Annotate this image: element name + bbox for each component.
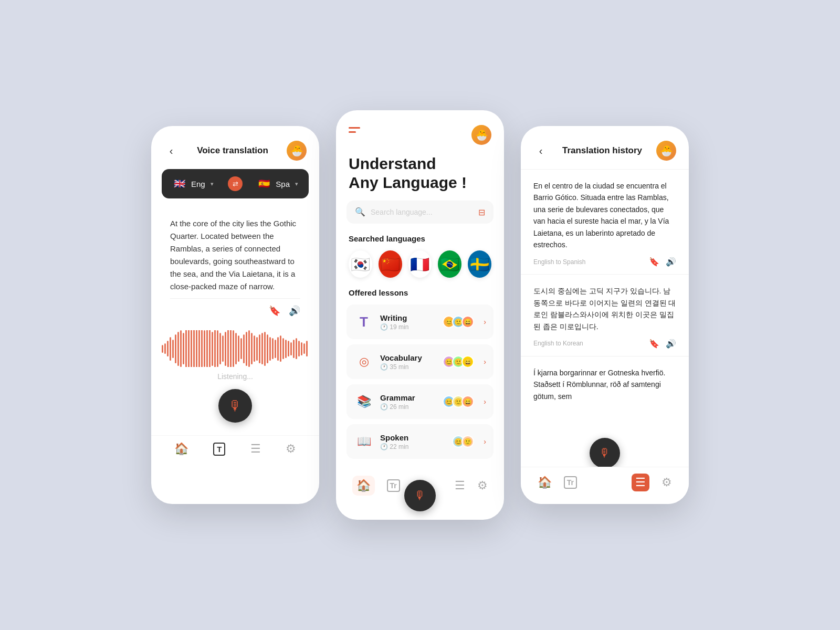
searched-languages-flags: 🇰🇷 🇨🇳 🇫🇷 🇧🇷 🇸🇪 xyxy=(336,250,504,288)
speaker-icon-2[interactable]: 🔊 xyxy=(666,339,676,349)
hamburger-line-1 xyxy=(349,127,360,129)
bottom-nav: 🏠 T ☰ ⚙ xyxy=(151,435,319,468)
search-bar[interactable]: 🔍 Search language... ⊟ xyxy=(346,201,494,224)
source-lang-arrow: ▾ xyxy=(211,181,214,187)
history-item-2: 도시의 중심에는 고딕 지구가 있습니다. 남동쪽으로 바다로 이어지는 일련의… xyxy=(521,275,689,356)
history-item-1: En el centro de la ciudad se encuentra e… xyxy=(521,170,689,275)
lesson-vocabulary-time: 🕐 35 min xyxy=(380,363,439,371)
lesson-vocabulary[interactable]: ◎ Vocabulary 🕐 35 min 😊 🙂 😄 › xyxy=(346,344,494,379)
mic-button[interactable]: 🎙 xyxy=(218,389,252,423)
speaker-icon[interactable]: 🔊 xyxy=(289,305,300,317)
target-language[interactable]: 🇪🇸 Spa ▾ xyxy=(257,176,298,191)
lesson-spoken[interactable]: 📖 Spoken 🕐 22 min 😊 🙂 › xyxy=(346,424,494,459)
phones-container: ‹ Voice translation 🐣 🇬🇧 Eng ▾ ⇄ 🇪🇸 Spa … xyxy=(130,79,710,551)
phone-language-learning: 🐣 Understand Any Language ! 🔍 Search lan… xyxy=(336,110,504,520)
hero-line1: Understand xyxy=(349,155,436,172)
menu-button[interactable] xyxy=(349,125,360,133)
waveform xyxy=(162,330,309,367)
phone3-bottom-nav: 🏠 Tr ☰ ⚙ xyxy=(521,467,689,504)
offered-lessons-title: Offered lessons xyxy=(336,288,504,304)
nav-settings-icon-p2[interactable]: ⚙ xyxy=(477,479,488,492)
lesson-grammar[interactable]: 📚 Grammar 🕐 26 min 😊 🙂 😄 › xyxy=(346,384,494,419)
mic-button-p3[interactable]: 🎙 xyxy=(590,438,620,468)
lesson-vocabulary-name: Vocabulary xyxy=(380,353,439,362)
text-actions: 🔖 🔊 xyxy=(170,298,300,317)
nav-settings-icon[interactable]: ⚙ xyxy=(286,442,296,456)
history-meta-2: English to Korean 🔖 🔊 xyxy=(533,339,676,349)
history-text-2: 도시의 중심에는 고딕 지구가 있습니다. 남동쪽으로 바다로 이어지는 일련의… xyxy=(533,285,676,332)
lesson-grammar-avatars: 😊 🙂 😄 xyxy=(446,395,474,408)
flag-french[interactable]: 🇫🇷 xyxy=(408,250,432,278)
phone-translation-history: ‹ Translation history 🐣 En el centro de … xyxy=(521,126,689,504)
swap-languages-button[interactable]: ⇄ xyxy=(228,176,243,191)
speaker-icon-1[interactable]: 🔊 xyxy=(666,257,676,267)
language-selector[interactable]: 🇬🇧 Eng ▾ ⇄ 🇪🇸 Spa ▾ xyxy=(162,169,309,198)
writing-icon: T xyxy=(354,312,374,332)
filter-icon[interactable]: ⊟ xyxy=(478,207,485,217)
flag-chinese[interactable]: 🇨🇳 xyxy=(379,250,402,278)
lesson-writing[interactable]: T Writing 🕐 19 min 😊 🙂 😄 › xyxy=(346,304,494,339)
phone1-title: Voice translation xyxy=(197,145,268,156)
hero-line2: Any Language ! xyxy=(349,174,467,191)
lesson-spoken-info: Spoken 🕐 22 min xyxy=(380,433,449,450)
avatar-11: 🙂 xyxy=(461,435,474,448)
bookmark-icon[interactable]: 🔖 xyxy=(269,305,280,317)
lesson-grammar-arrow: › xyxy=(484,397,486,406)
lesson-grammar-info: Grammar 🕐 26 min xyxy=(380,393,439,411)
mic-button-container: 🎙 xyxy=(151,389,319,423)
source-flag: 🇬🇧 xyxy=(172,176,187,191)
spoken-icon: 📖 xyxy=(354,432,374,452)
lesson-writing-time: 🕐 19 min xyxy=(380,323,439,331)
flag-brazilian[interactable]: 🇧🇷 xyxy=(438,250,461,278)
mic-icon: 🎙 xyxy=(228,398,242,414)
target-lang-arrow: ▾ xyxy=(295,181,298,187)
history-actions-2: 🔖 🔊 xyxy=(649,339,676,349)
avatar-6: 😄 xyxy=(461,355,474,368)
translation-text: At the core of the city lies the Gothic … xyxy=(170,217,300,293)
nav-chat-icon[interactable]: ☰ xyxy=(250,442,261,456)
nav-chat-icon-p3[interactable]: ☰ xyxy=(632,474,649,491)
vocabulary-icon: ◎ xyxy=(354,352,374,372)
lesson-spoken-name: Spoken xyxy=(380,433,449,442)
target-lang-label: Spa xyxy=(276,180,290,188)
nav-home-icon-p2[interactable]: 🏠 xyxy=(352,476,375,496)
history-actions-1: 🔖 🔊 xyxy=(649,257,676,267)
bookmark-icon-2[interactable]: 🔖 xyxy=(649,339,659,349)
nav-translate-icon[interactable]: T xyxy=(213,443,225,456)
avatar[interactable]: 🐣 xyxy=(471,125,491,145)
lesson-writing-name: Writing xyxy=(380,313,439,322)
phone3-header: ‹ Translation history 🐣 xyxy=(521,126,689,170)
nav-translate-icon-p2[interactable]: Tr xyxy=(387,479,400,492)
avatar[interactable]: 🐣 xyxy=(287,141,307,161)
history-item-3: Í kjarna borgarinnar er Gotneska hverfiö… xyxy=(521,356,689,416)
mic-icon-p2: 🎙 xyxy=(414,489,426,502)
flag-swedish[interactable]: 🇸🇪 xyxy=(468,250,491,278)
back-button[interactable]: ‹ xyxy=(164,143,178,158)
source-language[interactable]: 🇬🇧 Eng ▾ xyxy=(172,176,214,191)
lesson-writing-info: Writing 🕐 19 min xyxy=(380,313,439,331)
grammar-icon: 📚 xyxy=(354,392,374,412)
lesson-writing-avatars: 😊 🙂 😄 xyxy=(446,316,474,328)
flag-korean[interactable]: 🇰🇷 xyxy=(349,250,372,278)
history-text-3: Í kjarna borgarinnar er Gotneska hverfiö… xyxy=(533,367,676,402)
bookmark-active-icon[interactable]: 🔖 xyxy=(649,257,659,267)
source-lang-label: Eng xyxy=(191,180,205,188)
search-placeholder: Search language... xyxy=(371,208,473,216)
lesson-vocabulary-arrow: › xyxy=(484,358,486,366)
hamburger-line-2 xyxy=(349,131,356,133)
phone3-title: Translation history xyxy=(562,145,642,156)
lessons-list: T Writing 🕐 19 min 😊 🙂 😄 › ◎ Vocabulary … xyxy=(336,304,504,459)
phone3-back-button[interactable]: ‹ xyxy=(533,143,548,158)
nav-translate-icon-p3[interactable]: Tr xyxy=(564,476,577,489)
nav-settings-icon-p3[interactable]: ⚙ xyxy=(662,476,672,489)
listening-label: Listening... xyxy=(151,372,319,381)
nav-home-icon-p3[interactable]: 🏠 xyxy=(538,476,552,489)
lesson-grammar-time: 🕐 26 min xyxy=(380,403,439,411)
phone-voice-translation: ‹ Voice translation 🐣 🇬🇧 Eng ▾ ⇄ 🇪🇸 Spa … xyxy=(151,126,319,504)
nav-chat-icon-p2[interactable]: ☰ xyxy=(455,479,465,492)
mic-button-p2[interactable]: 🎙 xyxy=(404,480,436,511)
phone3-mic-container: 🎙 xyxy=(590,438,620,468)
nav-home-icon[interactable]: 🏠 xyxy=(174,442,188,456)
phone3-avatar[interactable]: 🐣 xyxy=(656,141,676,161)
lesson-spoken-arrow: › xyxy=(484,437,486,446)
